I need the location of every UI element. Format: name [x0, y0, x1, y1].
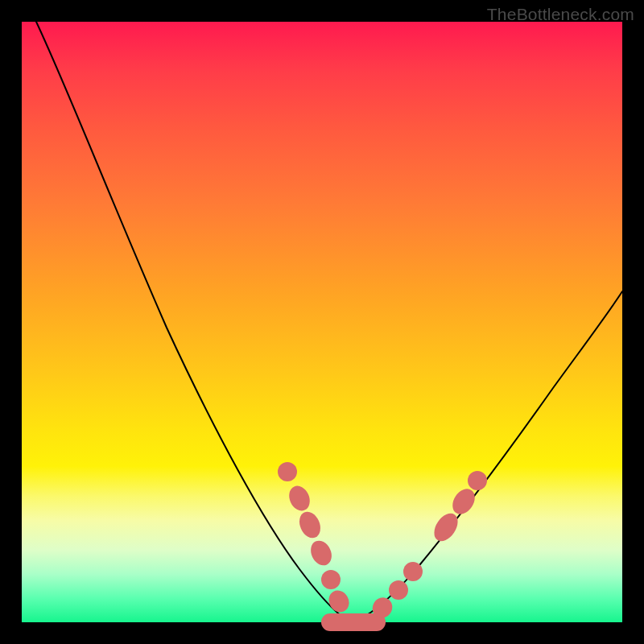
marker-dot [325, 587, 353, 616]
marker-dot [468, 471, 487, 490]
curve-svg [22, 22, 622, 622]
marker-dot [295, 509, 324, 542]
trough-flat-marker [321, 613, 386, 631]
plot-area [22, 22, 622, 622]
marker-dot [403, 562, 423, 581]
chart-frame: TheBottleneck.com [0, 0, 644, 644]
marker-dot [286, 483, 314, 514]
watermark-text: TheBottleneck.com [487, 5, 634, 24]
curve-right [352, 291, 622, 622]
marker-dot [321, 570, 341, 589]
marker-dot [389, 580, 408, 600]
marker-dot [278, 462, 297, 481]
marker-dot [307, 537, 336, 568]
marker-dot [429, 510, 462, 546]
